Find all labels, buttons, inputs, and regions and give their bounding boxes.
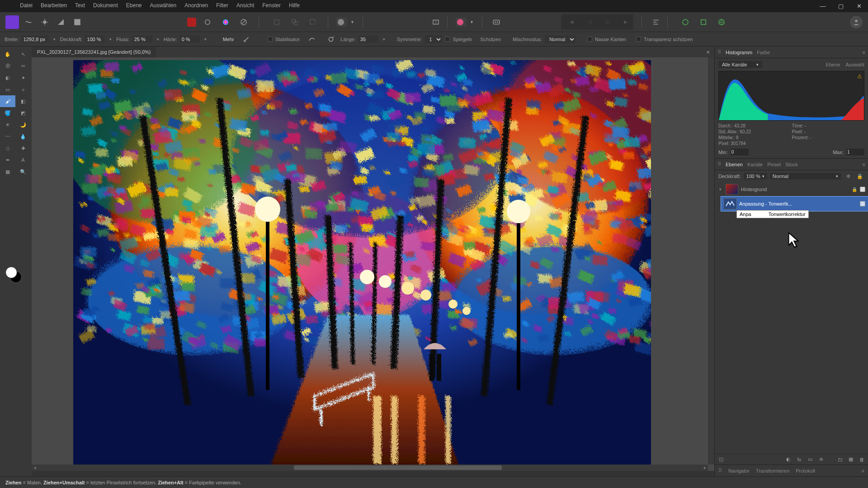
tab-color[interactable]: Farbe [757,50,770,55]
chevron-down-icon[interactable]: ▼ [350,20,354,24]
color-swatches[interactable] [5,267,24,285]
window-mode-icon[interactable] [324,33,338,46]
layer-name-label[interactable]: Anpassung - Tonwertk... [739,201,857,206]
hist-seg-auswahl[interactable]: Auswahl [845,62,864,67]
burn-tool-icon[interactable]: 🌙 [15,119,31,131]
width-field[interactable] [22,36,49,43]
menu-datei[interactable]: Datei [20,2,33,9]
layer-lock-icon[interactable]: 🔒 [855,172,864,180]
layer-row-adjustment[interactable]: Anpassung - Tonwertk... [721,197,868,211]
layer-blend-select[interactable]: Normal▾ [770,173,841,179]
hardness-field[interactable] [180,36,200,43]
scroll-left-icon[interactable]: ◂ [32,465,38,471]
layer-row-background[interactable]: ▾ Hintergrund 🔒 [715,182,868,197]
paint-brush-tool-icon[interactable]: 🖌 [0,95,15,107]
flood-select-tool-icon[interactable]: ✦ [15,72,31,84]
minimize-button[interactable]: — [814,0,832,12]
chevron-down-icon[interactable]: ▾ [108,37,113,42]
crop-tool-icon[interactable]: ✂ [15,60,31,72]
panel-grip-icon[interactable]: ⠿ [718,468,722,474]
move-tool-icon[interactable]: ↖ [15,48,31,60]
arrange-front-icon[interactable]: ▶ [619,15,632,29]
fill-tool-icon[interactable]: 🪣 [0,107,15,119]
chevron-down-icon[interactable]: ▾ [52,37,57,42]
rope-mode-icon[interactable] [305,33,319,46]
color-picker-tool-icon[interactable]: ⦿ [0,60,15,72]
menu-ansicht[interactable]: Ansicht [236,2,254,9]
align-icon[interactable] [649,15,663,29]
maximize-button[interactable]: ▢ [832,0,850,12]
crop-ratio-icon[interactable] [429,15,443,29]
add-layer-icon[interactable]: ▦ [846,455,855,464]
tab-histogram[interactable]: Histogramm [726,50,752,55]
mirror-checkbox[interactable] [445,37,450,42]
cloud-icon[interactable] [697,15,710,29]
menu-text[interactable]: Text [75,2,85,9]
delete-layer-icon[interactable]: 🗑 [857,455,866,464]
mask-icon[interactable]: ▭ [806,455,815,464]
pressure-icon[interactable] [240,33,253,46]
hue-wheel-icon[interactable] [219,15,232,29]
hist-seg-ebene[interactable]: Ebene [826,62,840,67]
sync-icon[interactable] [679,15,692,29]
canvas[interactable] [73,60,651,471]
selection-sub-icon[interactable] [306,15,320,29]
smudge-tool-icon[interactable]: 〰 [0,131,15,142]
panel-grip-icon[interactable]: ⠿ [717,49,721,55]
close-button[interactable]: ✕ [850,0,868,12]
hist-min-field[interactable] [731,149,749,155]
length-field[interactable] [359,36,378,43]
hand-tool-icon[interactable]: ✋ [0,48,15,60]
arrange-back-icon[interactable]: ◀ [565,15,578,29]
panel-menu-icon[interactable]: ≡ [862,468,864,474]
chevron-down-icon[interactable]: ▼ [470,20,474,24]
wet-edges-checkbox[interactable] [587,37,592,42]
persona-tone-icon[interactable] [54,15,68,29]
menu-anordnen[interactable]: Anordnen [184,2,208,9]
selection-add-icon[interactable] [288,15,302,29]
tab-transform[interactable]: Transformieren [756,468,789,474]
arrange-forward-icon[interactable]: ▷ [601,15,614,29]
panel-menu-icon[interactable]: ≡ [863,50,865,55]
visibility-toggle[interactable] [860,187,865,192]
text-tool-icon[interactable]: A [15,154,31,166]
clone-tool-icon[interactable]: ⬯ [0,142,15,154]
lock-icon[interactable]: 🔒 [852,187,857,192]
account-icon[interactable] [850,16,863,28]
zoom-tool-icon[interactable]: 🔍 [15,166,31,178]
tab-channels[interactable]: Kanäle [747,162,763,167]
stabilizer-checkbox[interactable] [268,37,273,42]
menu-ebene[interactable]: Ebene [126,2,142,9]
group-icon[interactable]: 🗀 [835,455,844,464]
channel-select[interactable]: Alle Kanäle▾ [718,61,762,68]
menu-filter[interactable]: Filter [216,2,228,9]
document-tab[interactable]: PXL_20230127_135623241.jpg [Geändert] (5… [32,47,156,57]
no-color-icon[interactable] [237,15,250,29]
erase-tool-icon[interactable]: ◧ [15,95,31,107]
tab-brushes[interactable]: Pinsel [767,162,781,167]
chevron-down-icon[interactable]: ▾ [155,37,161,42]
horizontal-scrollbar-thumb[interactable] [294,465,502,470]
blend-select[interactable]: Normal [545,35,576,43]
fx-icon[interactable]: fx [795,455,804,464]
menu-hilfe[interactable]: Hilfe [289,2,300,9]
horizontal-scrollbar[interactable]: ◂ ▸ [32,465,708,471]
persona-develop-icon[interactable] [38,15,52,29]
menu-dokument[interactable]: Dokument [93,2,118,9]
stroke-color-well[interactable] [456,18,467,27]
tab-history[interactable]: Protokoll [796,468,815,474]
mask-layer-icon[interactable]: ◫ [717,455,726,464]
globe-icon[interactable] [715,15,728,29]
flow-field[interactable] [132,36,152,43]
panel-grip-icon[interactable]: ⠿ [717,161,721,167]
pen-tool-icon[interactable]: ✒ [0,154,15,166]
menu-fenster[interactable]: Fenster [262,2,281,9]
hist-max-field[interactable] [846,149,864,155]
symmetry-select[interactable]: 1 [425,35,442,43]
more-button[interactable]: Mehr [223,37,234,42]
menu-bearbeiten[interactable]: Bearbeiten [41,2,67,9]
foreground-color-swatch[interactable] [5,267,17,278]
fill-color-well[interactable] [336,18,347,27]
gradient-tool-icon[interactable]: ◩ [15,107,31,119]
scroll-right-icon[interactable]: ▸ [702,465,708,471]
